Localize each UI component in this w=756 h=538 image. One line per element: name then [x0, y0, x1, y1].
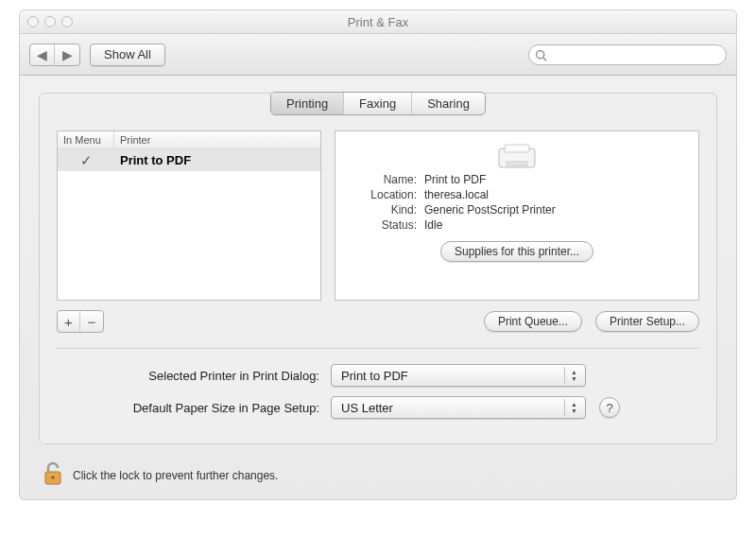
- help-button[interactable]: ?: [599, 397, 620, 418]
- popup-arrows-icon: ▲▼: [564, 367, 579, 384]
- label-kind: Kind:: [349, 203, 417, 217]
- printer-setup-button[interactable]: Printer Setup...: [595, 311, 699, 332]
- value-location: theresa.local: [424, 188, 685, 201]
- traffic-lights: [27, 16, 73, 27]
- svg-rect-4: [507, 162, 527, 165]
- printer-icon: [493, 143, 541, 171]
- value-name: Print to PDF: [424, 173, 685, 186]
- popup-arrows-icon: ▲▼: [564, 399, 579, 416]
- remove-printer-button[interactable]: −: [80, 311, 103, 332]
- divider: [57, 348, 699, 349]
- tab-printing[interactable]: Printing: [271, 93, 344, 114]
- selected-printer-row: Selected Printer in Print Dialog: Print …: [57, 364, 699, 387]
- show-all-button[interactable]: Show All: [90, 43, 165, 66]
- content-area: Printing Faxing Sharing In Menu Printer …: [19, 76, 737, 500]
- titlebar: Print & Fax: [19, 9, 737, 34]
- list-actions-row: + − Print Queue... Printer Setup...: [57, 310, 699, 333]
- forward-button[interactable]: ▶: [55, 44, 79, 65]
- add-remove-group: + −: [57, 310, 104, 333]
- minimize-window-button[interactable]: [44, 16, 56, 27]
- label-location: Location:: [349, 188, 417, 201]
- label-name: Name:: [349, 173, 417, 186]
- column-printer[interactable]: Printer: [114, 131, 320, 148]
- panel-inner: In Menu Printer ✓ Print to PDF: [40, 117, 716, 443]
- tabs-row: Printing Faxing Sharing: [40, 92, 716, 115]
- dual-pane: In Menu Printer ✓ Print to PDF: [57, 130, 699, 301]
- paper-size-label: Default Paper Size in Page Setup:: [57, 401, 331, 415]
- add-printer-button[interactable]: +: [58, 311, 80, 332]
- search-wrap: [528, 44, 727, 65]
- printer-info-pane: Name: Print to PDF Location: theresa.loc…: [335, 130, 699, 301]
- back-button[interactable]: ◀: [30, 44, 55, 65]
- value-kind: Generic PostScript Printer: [424, 203, 685, 217]
- main-panel: Printing Faxing Sharing In Menu Printer …: [39, 93, 717, 444]
- lock-icon[interactable]: [43, 461, 63, 490]
- paper-size-value: US Letter: [341, 401, 393, 415]
- lock-text: Click the lock to prevent further change…: [73, 469, 278, 482]
- selected-printer-label: Selected Printer in Print Dialog:: [57, 369, 331, 383]
- tab-sharing[interactable]: Sharing: [412, 93, 485, 114]
- printer-details: Name: Print to PDF Location: theresa.loc…: [349, 173, 685, 232]
- print-queue-button[interactable]: Print Queue...: [484, 311, 582, 332]
- printer-name-cell: Print to PDF: [114, 149, 320, 171]
- tab-group: Printing Faxing Sharing: [270, 92, 486, 115]
- queue-setup-buttons: Print Queue... Printer Setup...: [484, 311, 699, 332]
- lock-row: Click the lock to prevent further change…: [39, 461, 717, 490]
- printer-list-header: In Menu Printer: [58, 131, 320, 149]
- tab-faxing[interactable]: Faxing: [344, 93, 412, 114]
- search-input[interactable]: [528, 44, 727, 65]
- window-title: Print & Fax: [20, 10, 736, 35]
- value-status: Idle: [424, 218, 685, 232]
- selected-printer-popup[interactable]: Print to PDF ▲▼: [331, 364, 586, 387]
- preferences-window: Print & Fax ◀ ▶ Show All Printing Faxing…: [19, 9, 737, 500]
- label-status: Status:: [349, 218, 417, 232]
- toolbar: ◀ ▶ Show All: [19, 34, 737, 76]
- close-window-button[interactable]: [27, 16, 39, 27]
- printer-list-row[interactable]: ✓ Print to PDF: [58, 149, 320, 171]
- zoom-window-button[interactable]: [61, 16, 73, 27]
- nav-back-forward: ◀ ▶: [29, 43, 80, 66]
- column-in-menu[interactable]: In Menu: [58, 131, 114, 148]
- svg-rect-3: [505, 145, 529, 152]
- paper-size-popup[interactable]: US Letter ▲▼: [331, 396, 586, 419]
- search-icon: [535, 48, 547, 65]
- selected-printer-value: Print to PDF: [341, 369, 408, 383]
- paper-size-row: Default Paper Size in Page Setup: US Let…: [57, 396, 699, 419]
- svg-point-6: [51, 476, 54, 478]
- svg-point-0: [537, 50, 544, 58]
- svg-line-1: [543, 57, 546, 60]
- in-menu-checkmark: ✓: [58, 152, 114, 169]
- printer-list: In Menu Printer ✓ Print to PDF: [57, 130, 321, 301]
- supplies-button[interactable]: Supplies for this printer...: [440, 241, 593, 262]
